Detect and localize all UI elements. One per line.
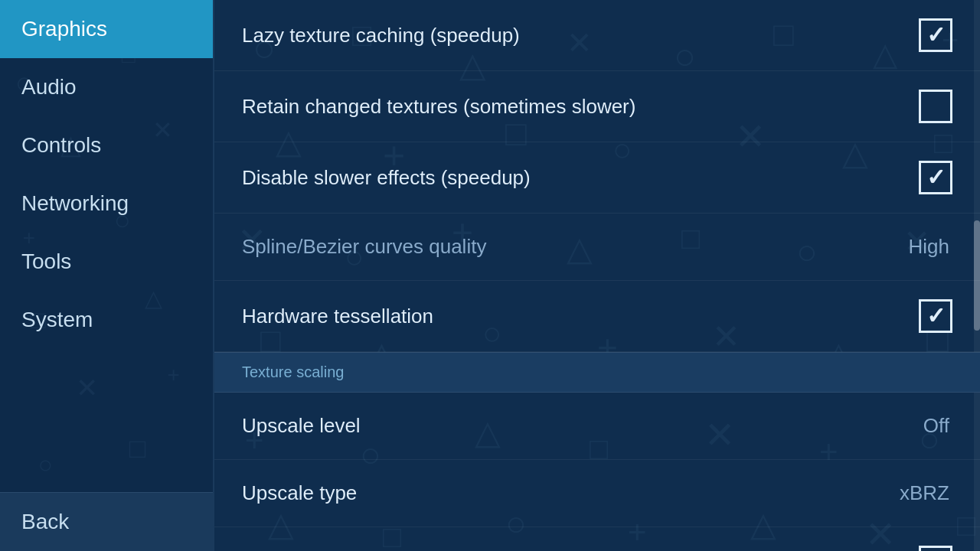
setting-label-lazy-texture: Lazy texture caching (speedup)	[242, 24, 520, 47]
setting-row-deposterize[interactable]: Deposterize	[214, 527, 980, 551]
setting-row-disable-effects[interactable]: Disable slower effects (speedup)	[214, 142, 980, 214]
sidebar-item-audio[interactable]: Audio	[0, 58, 213, 116]
checkbox-disable-effects[interactable]	[919, 161, 952, 194]
back-button[interactable]: Back	[0, 492, 213, 551]
svg-text:□: □	[129, 433, 146, 464]
setting-row-retain-textures[interactable]: Retain changed textures (sometimes slowe…	[214, 71, 980, 142]
svg-text:+: +	[167, 363, 179, 386]
setting-row-hardware-tessellation[interactable]: Hardware tessellation	[214, 281, 980, 352]
settings-panel: ○ □ △ ✕ ○ □ △ + △ + □ ○ ✕ △ □ ✕ ○ + △ □ …	[214, 0, 980, 551]
svg-text:○: ○	[38, 451, 53, 478]
checkbox-hardware-tessellation[interactable]	[919, 299, 952, 333]
setting-value-upscale-level: Off	[923, 414, 949, 438]
setting-row-spline-bezier[interactable]: Spline/Bezier curves quality High	[214, 214, 980, 281]
sidebar-item-tools[interactable]: Tools	[0, 233, 213, 291]
setting-row-upscale-level[interactable]: Upscale level Off	[214, 393, 980, 460]
setting-label-retain-textures: Retain changed textures (sometimes slowe…	[242, 95, 635, 119]
checkbox-deposterize[interactable]	[919, 546, 952, 551]
settings-list: Lazy texture caching (speedup) Retain ch…	[214, 0, 980, 551]
setting-value-upscale-type: xBRZ	[900, 481, 949, 505]
sidebar: ○ □ △ ✕ + ○ □ △ ✕ + ○ □ Graphics Audio C…	[0, 0, 214, 551]
setting-label-hardware-tessellation: Hardware tessellation	[242, 305, 433, 328]
svg-text:✕: ✕	[76, 373, 98, 403]
sidebar-item-networking[interactable]: Networking	[0, 174, 213, 233]
setting-label-spline-bezier: Spline/Bezier curves quality	[242, 235, 486, 259]
setting-label-upscale-level: Upscale level	[242, 414, 361, 438]
setting-row-lazy-texture[interactable]: Lazy texture caching (speedup)	[214, 0, 980, 71]
setting-label-disable-effects: Disable slower effects (speedup)	[242, 166, 531, 190]
sidebar-item-controls[interactable]: Controls	[0, 116, 213, 174]
checkbox-lazy-texture[interactable]	[919, 18, 952, 52]
setting-label-upscale-type: Upscale type	[242, 481, 357, 505]
setting-row-upscale-type[interactable]: Upscale type xBRZ	[214, 460, 980, 527]
checkbox-retain-textures[interactable]	[919, 90, 952, 123]
sidebar-item-system[interactable]: System	[0, 291, 213, 349]
section-header-texture-scaling: Texture scaling	[214, 352, 980, 393]
sidebar-item-graphics[interactable]: Graphics	[0, 0, 213, 58]
setting-value-spline-bezier: High	[909, 235, 949, 259]
